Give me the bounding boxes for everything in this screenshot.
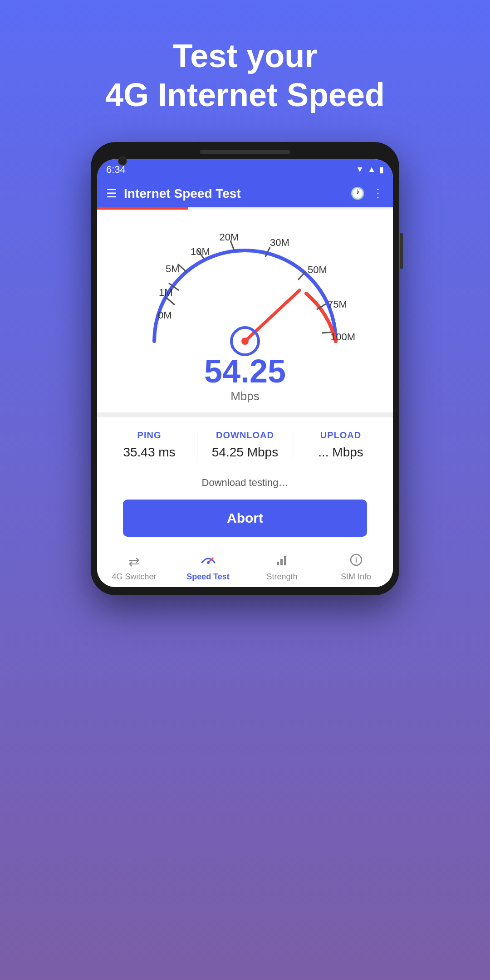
svg-text:30M: 30M: [270, 237, 289, 248]
svg-text:i: i: [355, 556, 357, 564]
svg-text:50M: 50M: [308, 264, 327, 275]
strength-icon: [276, 554, 289, 569]
svg-text:5M: 5M: [166, 263, 180, 274]
speed-display: 54.25 Mbps: [204, 355, 286, 403]
svg-text:75M: 75M: [328, 299, 347, 310]
history-icon[interactable]: 🕐: [350, 186, 365, 201]
switcher-label: 4G Switcher: [112, 572, 156, 582]
side-buttons: [400, 233, 403, 269]
svg-point-23: [207, 561, 210, 564]
speed-test-icon: [201, 554, 216, 569]
signal-icon: ▲: [368, 165, 376, 174]
upload-value: ... Mbps: [318, 445, 363, 460]
svg-text:0M: 0M: [158, 309, 172, 321]
download-value: 54.25 Mbps: [212, 445, 278, 460]
app-bar-actions: 🕐 ⋮: [350, 186, 384, 201]
switcher-icon: ⇄: [128, 554, 140, 569]
svg-line-13: [298, 272, 305, 280]
sim-info-label: SIM Info: [341, 572, 371, 582]
wifi-status-icon: ▼: [356, 165, 364, 174]
download-status-text: Download testing…: [106, 477, 384, 489]
svg-rect-25: [280, 559, 283, 565]
hero-title: Test your 4G Internet Speed: [105, 36, 385, 115]
status-section: Download testing… Abort: [97, 472, 393, 546]
status-icons: ▼ ▲ ▮: [356, 165, 384, 175]
more-options-icon[interactable]: ⋮: [372, 186, 384, 201]
app-bar-title: Internet Speed Test: [124, 186, 343, 201]
divider: [97, 412, 393, 417]
gauge-svg: 0M 1M 5M 10M 20M 30M: [132, 223, 358, 359]
sim-info-icon: i: [350, 554, 363, 569]
nav-item-speed-test[interactable]: Speed Test: [171, 554, 245, 582]
ping-label: PING: [137, 430, 162, 441]
phone-camera: [118, 157, 127, 166]
phone-shell: 6:34 ▼ ▲ ▮ ☰ Internet Speed Test 🕐 ⋮: [91, 142, 399, 595]
phone-screen: 6:34 ▼ ▲ ▮ ☰ Internet Speed Test 🕐 ⋮: [97, 159, 393, 587]
svg-rect-24: [277, 562, 279, 565]
battery-icon: ▮: [379, 165, 384, 175]
svg-line-19: [245, 290, 299, 341]
ping-value: 35.43 ms: [123, 445, 175, 460]
abort-button[interactable]: Abort: [123, 500, 368, 537]
download-label: DOWNLOAD: [216, 430, 274, 441]
nav-item-sim-info[interactable]: i SIM Info: [319, 554, 393, 582]
speed-unit: Mbps: [204, 389, 286, 403]
svg-line-17: [322, 332, 331, 333]
svg-text:1M: 1M: [159, 287, 173, 298]
ping-stat: PING 35.43 ms: [102, 430, 197, 460]
upload-stat: UPLOAD ... Mbps: [293, 430, 388, 460]
svg-text:10M: 10M: [191, 246, 210, 257]
speed-test-label: Speed Test: [186, 572, 230, 582]
strength-label: Strength: [266, 572, 297, 582]
bottom-nav: ⇄ 4G Switcher Speed Test: [97, 546, 393, 587]
download-stat: DOWNLOAD 54.25 Mbps: [197, 430, 293, 460]
speed-number: 54.25: [204, 355, 286, 387]
svg-text:20M: 20M: [220, 231, 239, 243]
status-bar: 6:34 ▼ ▲ ▮: [97, 159, 393, 180]
phone-notch: [200, 150, 290, 154]
nav-item-strength[interactable]: Strength: [245, 554, 319, 582]
gauge-container: 0M 1M 5M 10M 20M 30M: [97, 210, 393, 412]
hero-section: Test your 4G Internet Speed: [78, 0, 412, 142]
svg-rect-26: [284, 556, 286, 565]
svg-point-21: [241, 338, 249, 345]
nav-item-4g-switcher[interactable]: ⇄ 4G Switcher: [97, 554, 171, 582]
upload-label: UPLOAD: [320, 430, 361, 441]
hamburger-icon[interactable]: ☰: [106, 186, 117, 201]
app-bar: ☰ Internet Speed Test 🕐 ⋮: [97, 180, 393, 207]
stats-row: PING 35.43 ms DOWNLOAD 54.25 Mbps UPLOAD…: [97, 417, 393, 472]
svg-text:100M: 100M: [330, 331, 355, 343]
